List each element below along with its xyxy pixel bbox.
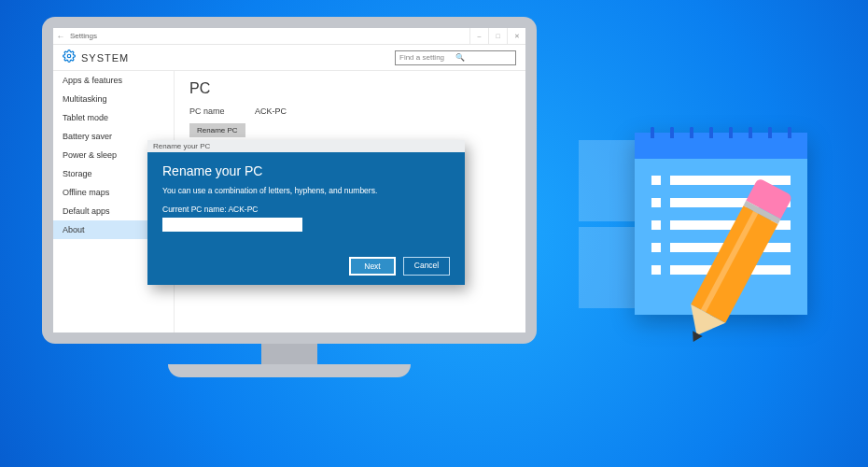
sidebar-item-multitasking[interactable]: Multitasking [53,90,174,108]
search-icon: 🔍 [455,53,511,62]
pc-name-label: PC name [189,106,255,116]
back-button[interactable]: ← [53,32,68,41]
settings-header: SYSTEM Find a setting 🔍 [53,45,525,71]
search-input[interactable]: Find a setting 🔍 [395,50,516,65]
gear-icon [63,50,76,66]
page-title: PC [189,80,511,97]
sidebar-item-tablet-mode[interactable]: Tablet mode [53,108,174,127]
rename-pc-button[interactable]: Rename PC [189,123,245,137]
pc-name-value: ACK-PC [255,106,511,116]
new-pc-name-input[interactable] [162,218,302,232]
maximize-button[interactable]: □ [488,28,507,44]
sidebar-item-apps-features[interactable]: Apps & features [53,71,174,90]
dialog-subtitle: You can use a combination of letters, hy… [162,186,450,195]
section-label: SYSTEM [81,52,395,64]
dialog-titlebar: Rename your PC [147,140,465,152]
svg-point-0 [67,54,71,58]
window-titlebar: ← Settings – □ ✕ [53,28,525,45]
minimize-button[interactable]: – [469,28,488,44]
current-pc-name-label: Current PC name: ACK-PC [162,205,450,214]
next-button[interactable]: Next [349,257,396,276]
window-title: Settings [68,32,469,40]
search-placeholder: Find a setting [399,53,455,62]
cancel-button[interactable]: Cancel [403,257,450,276]
rename-pc-dialog: Rename your PC Rename your PC You can us… [147,140,465,285]
close-button[interactable]: ✕ [507,28,525,44]
dialog-heading: Rename your PC [162,163,450,178]
